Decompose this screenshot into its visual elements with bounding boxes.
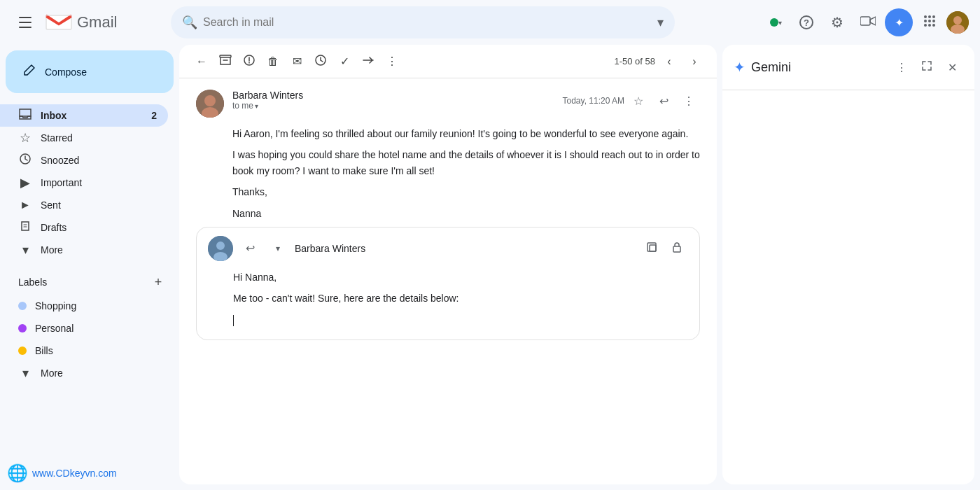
gmail-logo[interactable]: Gmail	[45, 13, 117, 32]
add-label-button[interactable]: +	[148, 272, 168, 292]
reply-icon-1: ↩	[659, 94, 668, 108]
sidebar-item-more-1[interactable]: ▾ More	[0, 239, 168, 261]
label-item-bills[interactable]: Bills	[0, 340, 168, 362]
more-labels-text: More	[41, 368, 157, 379]
more-labels-icon: ▾	[18, 365, 32, 381]
reply-button-1[interactable]: ↩	[652, 90, 675, 112]
gemini-more-button[interactable]: ⋮	[890, 56, 913, 78]
sidebar-item-drafts[interactable]: Drafts	[0, 216, 168, 239]
move-icon	[362, 54, 374, 69]
lock-button[interactable]	[666, 237, 688, 260]
message-meta-1: Barbara Winters to me ▾	[232, 90, 554, 111]
sent-icon: ►	[18, 199, 32, 211]
done-button[interactable]: ✓	[333, 50, 356, 73]
watermark-url: www.CDkeyvn.com	[32, 468, 117, 479]
pagination-range: 1-50 of 58	[614, 56, 655, 66]
delete-button[interactable]: 🗑	[262, 50, 284, 73]
important-label: Important	[41, 177, 157, 188]
back-button[interactable]: ←	[190, 50, 213, 73]
reply-dropdown-button[interactable]: ▾	[267, 237, 289, 260]
back-icon: ←	[196, 55, 207, 68]
more-button-1[interactable]: ⋮	[678, 90, 700, 112]
label-item-personal[interactable]: Personal	[0, 317, 168, 340]
gemini-title-icon: ✦	[734, 59, 746, 76]
search-input[interactable]	[203, 16, 652, 29]
snooze-button[interactable]	[309, 50, 332, 73]
drafts-icon	[18, 220, 32, 236]
gemini-title: ✦ Gemini	[734, 59, 890, 76]
main-layout: Compose Inbox 2 ☆ Starred Snoozed ▶ Impo…	[0, 45, 980, 490]
settings-button[interactable]: ⚙	[823, 8, 851, 36]
reply-line-2: Me too - can't wait! Sure, here are the …	[233, 290, 688, 306]
gemini-expand-icon	[921, 60, 932, 74]
status-button[interactable]: ▾	[762, 8, 790, 36]
message-header-1: Barbara Winters to me ▾ Today, 11:20 AM …	[196, 90, 700, 118]
reply-dropdown-icon: ▾	[276, 244, 280, 253]
archive-button[interactable]	[214, 50, 237, 73]
more-1-label: More	[41, 244, 157, 255]
bills-color-dot	[18, 346, 27, 355]
message-to-1[interactable]: to me ▾	[232, 101, 554, 111]
apps-button[interactable]	[916, 8, 944, 36]
reply-type-button[interactable]: ↩	[239, 237, 261, 260]
gemini-expand-button[interactable]	[916, 56, 938, 78]
avatar-image	[946, 11, 969, 34]
gemini-more-icon: ⋮	[896, 61, 907, 74]
svg-point-2	[924, 15, 927, 18]
avatar[interactable]	[946, 11, 969, 34]
meet-button[interactable]	[854, 8, 882, 36]
sidebar-item-more-labels[interactable]: ▾ More	[0, 362, 168, 384]
sidebar-item-sent[interactable]: ► Sent	[0, 194, 168, 216]
help-button[interactable]: ?	[792, 8, 820, 36]
email-message-1: Barbara Winters to me ▾ Today, 11:20 AM …	[196, 90, 700, 221]
sidebar-item-starred[interactable]: ☆ Starred	[0, 127, 168, 149]
sidebar-item-inbox[interactable]: Inbox 2	[0, 104, 168, 127]
search-dropdown-icon[interactable]: ▾	[657, 15, 664, 30]
more-actions-button[interactable]: ⋮	[381, 50, 403, 73]
close-icon: ✕	[948, 61, 957, 74]
reply-body[interactable]: Hi Nanna, Me too - can't wait! Sure, her…	[197, 270, 699, 340]
svg-point-10	[932, 24, 935, 27]
sender-avatar-1	[196, 90, 224, 118]
expand-reply-button[interactable]	[640, 237, 663, 260]
gmail-wordmark: Gmail	[77, 13, 117, 31]
meet-icon	[860, 15, 876, 29]
personal-label: Personal	[35, 323, 74, 334]
label-item-shopping[interactable]: Shopping	[0, 295, 168, 317]
svg-point-7	[932, 20, 935, 22]
sidebar-item-snoozed[interactable]: Snoozed	[0, 149, 168, 172]
hamburger-button[interactable]	[11, 8, 39, 36]
to-dropdown-icon: ▾	[255, 102, 258, 110]
more-icon-1: ⋮	[683, 94, 694, 108]
body-line-4: Nanna	[232, 206, 700, 221]
next-page-button[interactable]: ›	[683, 50, 706, 73]
reply-header: ↩ ▾ Barbara Winters	[197, 227, 699, 270]
message-body-1: Hi Aaron, I'm feeling so thrilled about …	[196, 126, 700, 221]
svg-point-6	[928, 20, 931, 22]
star-button-1[interactable]: ☆	[627, 90, 650, 112]
reply-sender-avatar	[208, 236, 233, 261]
sidebar-item-important[interactable]: ▶ Important	[0, 172, 168, 194]
snoozed-icon	[18, 153, 32, 169]
compose-button[interactable]: Compose	[6, 50, 174, 93]
search-inner: 🔍 ▾	[171, 6, 675, 38]
move-button[interactable]	[357, 50, 379, 73]
mark-unread-button[interactable]: ✉	[286, 50, 308, 73]
body-line-2: I was hoping you could share the hotel n…	[232, 147, 700, 178]
svg-point-4	[932, 15, 935, 18]
more-expand-icon: ▾	[18, 242, 32, 258]
reply-actions-right	[640, 237, 688, 260]
inbox-badge: 2	[151, 110, 157, 121]
spam-button[interactable]	[238, 50, 260, 73]
labels-header-text: Labels	[18, 276, 148, 288]
svg-rect-25	[650, 245, 656, 251]
svg-point-12	[953, 16, 962, 24]
svg-point-9	[928, 24, 931, 27]
body-line-3: Thanks,	[232, 184, 700, 200]
expand-icon	[645, 241, 658, 256]
gemini-button[interactable]: ✦	[885, 8, 913, 36]
topbar-right: ▾ ? ⚙ ✦	[762, 8, 969, 36]
gemini-close-button[interactable]: ✕	[941, 56, 963, 78]
prev-page-button[interactable]: ‹	[658, 50, 680, 73]
bills-label: Bills	[35, 345, 53, 356]
